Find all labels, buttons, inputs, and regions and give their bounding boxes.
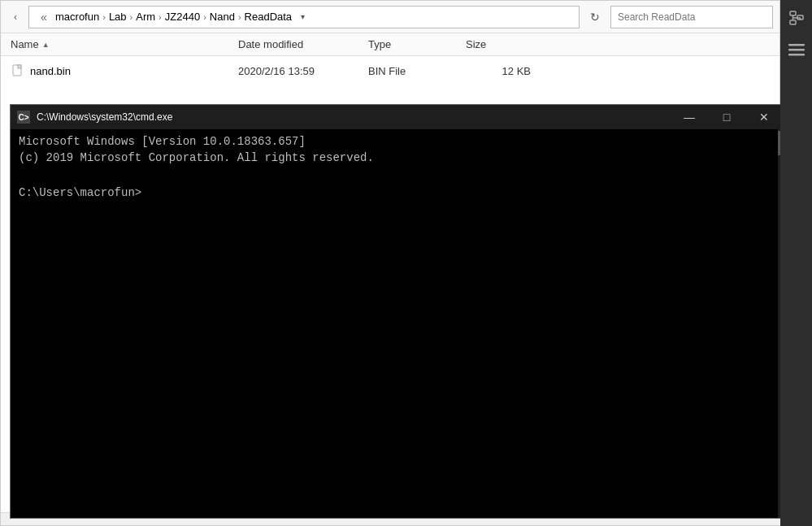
breadcrumb-sep-5: › — [238, 12, 241, 22]
col-header-name[interactable]: Name ▲ — [11, 38, 238, 50]
breadcrumb-sep-2: › — [130, 12, 133, 22]
svg-rect-3 — [790, 20, 796, 24]
svg-rect-11 — [788, 54, 805, 56]
cmd-window-buttons: — □ ✕ — [671, 105, 783, 129]
breadcrumb-macrofun[interactable]: macrofun — [55, 11, 99, 23]
cmd-title: C:\Windows\system32\cmd.exe — [37, 111, 664, 123]
svg-rect-9 — [788, 44, 805, 46]
right-sidebar — [780, 0, 812, 526]
cmd-prompt: C:\Users\macrofun> — [19, 185, 781, 202]
search-input[interactable] — [610, 6, 773, 28]
file-name: nand.bin — [30, 65, 238, 77]
breadcrumb-sep-4: › — [203, 12, 206, 22]
cmd-line-2: (c) 2019 Microsoft Corporation. All righ… — [19, 150, 781, 167]
sidebar-menu-icon[interactable] — [782, 36, 811, 65]
file-list: nand.bin 2020/2/16 13:59 BIN File 12 KB — [1, 56, 779, 85]
cmd-icon: C> — [17, 111, 30, 124]
address-bar: ‹ « macrofun › Lab › Arm › JZ2440 › Nand… — [1, 1, 779, 33]
sidebar-network-icon[interactable] — [782, 3, 811, 33]
column-headers: Name ▲ Date modified Type Size — [1, 33, 779, 56]
file-date: 2020/2/16 13:59 — [238, 65, 368, 77]
breadcrumb-path: « macrofun › Lab › Arm › JZ2440 › Nand ›… — [28, 6, 580, 28]
svg-rect-1 — [18, 65, 21, 68]
breadcrumb-collapse-icon[interactable]: « — [36, 9, 52, 25]
file-type: BIN File — [368, 65, 466, 77]
breadcrumb-dropdown-arrow[interactable]: ▾ — [295, 7, 310, 28]
back-button[interactable]: ‹ — [7, 9, 24, 25]
svg-rect-2 — [790, 11, 796, 15]
cmd-body[interactable]: Microsoft Windows [Version 10.0.18363.65… — [11, 129, 789, 518]
cmd-minimize-button[interactable]: — — [671, 105, 708, 129]
refresh-button[interactable]: ↻ — [584, 7, 606, 28]
breadcrumb-sep-1: › — [102, 12, 106, 22]
breadcrumb-jz2440[interactable]: JZ2440 — [165, 11, 200, 23]
cmd-close-button[interactable]: ✕ — [745, 105, 783, 129]
breadcrumb-sep-3: › — [158, 12, 162, 22]
svg-rect-10 — [788, 49, 805, 51]
cmd-line-3 — [19, 166, 781, 182]
breadcrumb-readdata[interactable]: ReadData — [245, 11, 293, 23]
col-header-size[interactable]: Size — [466, 38, 547, 50]
breadcrumb-nand[interactable]: Nand — [210, 11, 235, 23]
cmd-window: C> C:\Windows\system32\cmd.exe — □ ✕ Mic… — [10, 104, 790, 519]
file-size: 12 KB — [466, 65, 547, 77]
sort-arrow-icon: ▲ — [42, 41, 50, 49]
table-row[interactable]: nand.bin 2020/2/16 13:59 BIN File 12 KB — [11, 59, 770, 82]
col-header-date[interactable]: Date modified — [238, 38, 368, 50]
cmd-maximize-button[interactable]: □ — [708, 105, 745, 129]
breadcrumb-lab[interactable]: Lab — [109, 11, 127, 23]
col-header-type[interactable]: Type — [368, 38, 466, 50]
file-icon — [11, 63, 25, 78]
cmd-titlebar: C> C:\Windows\system32\cmd.exe — □ ✕ — [11, 105, 789, 129]
cmd-line-1: Microsoft Windows [Version 10.0.18363.65… — [19, 134, 781, 150]
breadcrumb-arm[interactable]: Arm — [136, 11, 155, 23]
